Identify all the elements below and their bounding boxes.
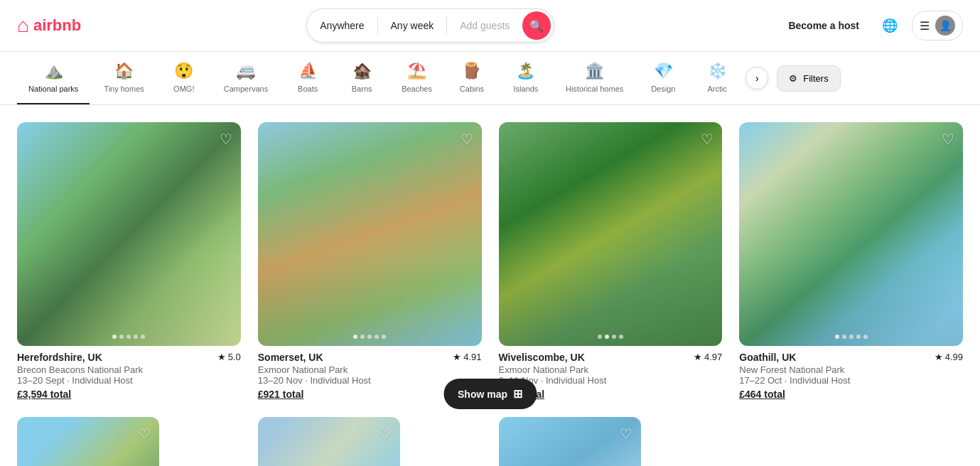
dot bbox=[375, 335, 379, 339]
listing-location: Herefordshire, UK bbox=[17, 352, 102, 363]
airbnb-logo-icon: ⌂ bbox=[17, 14, 29, 37]
categories-scroll-button[interactable]: › bbox=[745, 67, 768, 90]
image-dots bbox=[112, 335, 145, 339]
wishlist-button[interactable]: ♡ bbox=[461, 131, 473, 148]
search-button[interactable]: 🔍 bbox=[522, 11, 551, 40]
boats-icon: ⛵ bbox=[298, 62, 318, 80]
category-tiny-homes[interactable]: 🏠 Tiny homes bbox=[92, 52, 155, 104]
star-icon: ★ bbox=[935, 352, 943, 362]
category-historical-homes[interactable]: 🏛️ Historical homes bbox=[554, 52, 635, 104]
dot bbox=[619, 335, 623, 339]
category-campervans[interactable]: 🚐 Campervans bbox=[212, 52, 279, 104]
globe-icon: 🌐 bbox=[882, 18, 898, 33]
dates-text: Any week bbox=[391, 20, 434, 31]
category-boats[interactable]: ⛵ Boats bbox=[282, 52, 333, 104]
listing-image: ♡ bbox=[499, 417, 641, 466]
dot bbox=[367, 335, 372, 339]
user-menu[interactable]: ☰ 👤 bbox=[912, 11, 963, 40]
dot bbox=[141, 335, 145, 339]
wishlist-button[interactable]: ♡ bbox=[220, 131, 232, 148]
listing-price: £3,594 total bbox=[17, 389, 241, 400]
rating-value: 5.0 bbox=[228, 352, 241, 362]
image-dots bbox=[353, 335, 386, 339]
user-avatar: 👤 bbox=[935, 16, 955, 36]
search-guests[interactable]: Add guests bbox=[447, 9, 522, 42]
filters-icon: ⚙ bbox=[789, 73, 797, 84]
campervans-icon: 🚐 bbox=[236, 62, 255, 80]
dot bbox=[849, 335, 854, 339]
wishlist-button[interactable]: ♡ bbox=[701, 131, 714, 148]
wishlist-button[interactable]: ♡ bbox=[942, 131, 954, 148]
avatar-icon: 👤 bbox=[939, 20, 952, 31]
listing-title-row: Herefordshire, UK ★ 5.0 bbox=[17, 352, 241, 363]
become-host-link[interactable]: Become a host bbox=[780, 14, 868, 37]
search-location[interactable]: Anywhere bbox=[307, 9, 377, 42]
star-icon: ★ bbox=[453, 352, 461, 362]
cabins-icon: 🪵 bbox=[462, 62, 481, 80]
dot bbox=[856, 335, 861, 339]
bottom-listings-grid: ♡ ♡ ♡ bbox=[17, 417, 963, 466]
search-bar: Anywhere Any week Add guests 🔍 bbox=[306, 9, 554, 43]
listing-card[interactable]: ♡ bbox=[17, 417, 241, 466]
map-grid-icon: ⊞ bbox=[513, 387, 522, 401]
listing-title-row: Wiveliscombe, UK ★ 4.97 bbox=[499, 352, 723, 363]
filters-label: Filters bbox=[803, 73, 828, 84]
listing-rating: ★ 5.0 bbox=[217, 352, 241, 362]
listing-subtitle: Exmoor National Park bbox=[258, 364, 482, 375]
dot bbox=[112, 335, 117, 339]
category-design[interactable]: 💎 Design bbox=[637, 52, 689, 104]
listing-card[interactable]: ♡ bbox=[258, 417, 482, 466]
guests-placeholder: Add guests bbox=[460, 20, 510, 31]
image-dots bbox=[598, 335, 623, 339]
listing-rating: ★ 4.97 bbox=[694, 352, 722, 362]
search-dates[interactable]: Any week bbox=[378, 9, 447, 42]
category-barns[interactable]: 🏚️ Barns bbox=[336, 52, 387, 104]
rating-value: 4.91 bbox=[463, 352, 481, 362]
header: ⌂ airbnb Anywhere Any week Add guests 🔍 … bbox=[0, 0, 980, 52]
beaches-label: Beaches bbox=[402, 85, 432, 93]
listing-price: £464 total bbox=[739, 389, 963, 400]
national-parks-icon: ⛰️ bbox=[44, 62, 63, 80]
dot bbox=[842, 335, 846, 339]
category-omg[interactable]: 😲 OMG! bbox=[158, 52, 210, 104]
listing-subtitle: New Forest National Park bbox=[739, 364, 963, 375]
category-beaches[interactable]: ⛱️ Beaches bbox=[390, 52, 443, 104]
logo[interactable]: ⌂ airbnb bbox=[17, 14, 81, 37]
dot bbox=[134, 335, 138, 339]
dot bbox=[119, 335, 124, 339]
listing-rating: ★ 4.99 bbox=[935, 352, 963, 362]
historical-homes-icon: 🏛️ bbox=[585, 62, 604, 80]
listing-card[interactable]: ♡ Goathill, UK ★ 4.99 New Fores bbox=[739, 122, 963, 400]
show-map-button[interactable]: Show map ⊞ bbox=[443, 379, 537, 409]
language-button[interactable]: 🌐 bbox=[876, 12, 903, 39]
filters-button[interactable]: ⚙ Filters bbox=[777, 65, 840, 92]
wishlist-button[interactable]: ♡ bbox=[379, 426, 392, 443]
listing-info: Herefordshire, UK ★ 5.0 Brecon Beacons N… bbox=[17, 346, 241, 400]
category-national-parks[interactable]: ⛰️ National parks bbox=[17, 52, 90, 104]
star-icon: ★ bbox=[217, 352, 226, 362]
listing-image: ♡ bbox=[258, 417, 400, 466]
listing-image: ♡ bbox=[17, 122, 241, 346]
category-cabins[interactable]: 🪵 Cabins bbox=[446, 52, 497, 104]
omg-icon: 😲 bbox=[174, 62, 193, 80]
wishlist-button[interactable]: ♡ bbox=[138, 426, 151, 443]
category-islands[interactable]: 🏝️ Islands bbox=[500, 52, 551, 104]
listing-subtitle: Exmoor National Park bbox=[499, 364, 723, 375]
header-right: Become a host 🌐 ☰ 👤 bbox=[780, 11, 963, 40]
listing-rating: ★ 4.91 bbox=[453, 352, 481, 362]
barns-icon: 🏚️ bbox=[352, 62, 372, 80]
listing-card[interactable]: ♡ bbox=[499, 417, 723, 466]
islands-icon: 🏝️ bbox=[516, 62, 535, 80]
categories-bar: ⛰️ National parks 🏠 Tiny homes 😲 OMG! 🚐 … bbox=[0, 52, 980, 105]
listing-card[interactable]: ♡ Herefordshire, UK ★ 5.0 Breco bbox=[17, 122, 241, 400]
listing-card[interactable]: ♡ Wiveliscombe, UK ★ 4.97 Exmoor Nationa… bbox=[499, 122, 723, 400]
listing-location: Wiveliscombe, UK bbox=[499, 352, 585, 363]
listing-card[interactable]: ♡ Somerset, UK ★ 4.91 Exmoor Na bbox=[258, 122, 482, 400]
wishlist-button[interactable]: ♡ bbox=[620, 426, 632, 443]
cabins-label: Cabins bbox=[460, 85, 484, 93]
barns-label: Barns bbox=[352, 85, 372, 93]
hamburger-icon: ☰ bbox=[920, 19, 930, 33]
beaches-icon: ⛱️ bbox=[407, 62, 426, 80]
listing-dates: 13–20 Sept · Individual Host bbox=[17, 375, 241, 386]
category-arctic[interactable]: ❄️ Arctic bbox=[691, 52, 743, 104]
